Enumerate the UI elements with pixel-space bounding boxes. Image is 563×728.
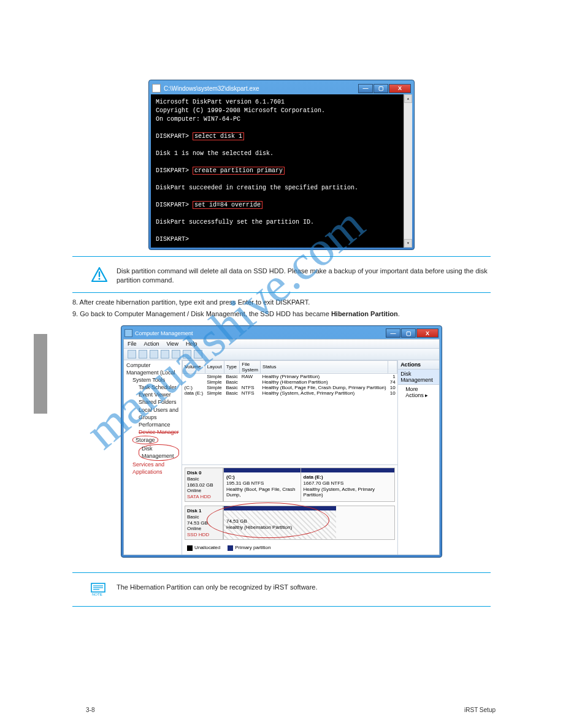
table-row[interactable]: SimpleBasicHealthy (Hibernation Partitio… xyxy=(182,379,397,385)
highlighted-cmd: set id=84 override xyxy=(193,201,262,209)
console-line: Copyright (C) 1999-2008 Microsoft Corpor… xyxy=(156,107,407,115)
tree-item[interactable]: Performance xyxy=(139,421,170,428)
col-type[interactable]: Type xyxy=(224,360,240,373)
step-text: 8. After create hibernation partition, t… xyxy=(72,298,491,307)
console-line: DISKPART> set id=84 override xyxy=(156,201,407,210)
maximize-button[interactable]: ▢ xyxy=(373,84,388,93)
table-row[interactable]: (C:)SimpleBasicNTFSHealthy (Boot, Page F… xyxy=(182,385,397,390)
toolbar-back-icon[interactable] xyxy=(128,350,136,358)
maximize-button[interactable]: ▢ xyxy=(401,328,416,338)
actions-disk-management[interactable]: Disk Management xyxy=(398,370,439,385)
chevron-right-icon: ▸ xyxy=(425,392,428,398)
col-fs[interactable]: File System xyxy=(240,360,261,373)
col-layout[interactable]: Layout xyxy=(205,360,224,373)
tree-root[interactable]: Computer Management (Local xyxy=(126,362,179,376)
svg-point-1 xyxy=(99,278,101,280)
ssd-hdd-label: SSD HDD xyxy=(187,532,209,537)
console-line: On computer: WIN7-64-PC xyxy=(156,115,407,124)
tree-item[interactable]: System Tools xyxy=(132,376,165,384)
disk-0[interactable]: Disk 0 Basic 1863.02 GB Online SATA HDD … xyxy=(185,468,395,502)
toolbar-option-icon[interactable] xyxy=(194,350,202,358)
toolbar-view-icon[interactable] xyxy=(161,350,169,358)
console-line: DISKPART> xyxy=(156,235,407,244)
minimize-button[interactable]: — xyxy=(358,84,373,93)
toolbar-forward-icon[interactable] xyxy=(139,350,147,358)
nav-tree[interactable]: Computer Management (Local System Tools … xyxy=(124,360,182,555)
toolbar-refresh-icon[interactable] xyxy=(150,350,158,358)
volume-table[interactable]: Volume Layout Type File System Status Si… xyxy=(182,360,397,396)
tree-item[interactable]: Event Viewer xyxy=(139,391,171,398)
note-icon: NOTE xyxy=(91,583,108,599)
computer-management-window: Computer Management — ▢ X File Action Vi… xyxy=(121,325,442,558)
col-volume[interactable]: Volume xyxy=(182,360,205,373)
menu-view[interactable]: View xyxy=(167,341,178,347)
side-tab xyxy=(34,334,47,414)
tree-item[interactable]: Shared Folders xyxy=(139,398,177,406)
scrollbar-down-icon[interactable]: ▾ xyxy=(404,239,412,248)
window-controls: — ▢ X xyxy=(386,328,439,338)
console-line: DiskPart succeeded in creating the speci… xyxy=(156,184,407,192)
sata-hdd-label: SATA HDD xyxy=(187,494,211,499)
disk-1[interactable]: Disk 1 Basic 74.53 GB Online SSD HDD xyxy=(185,506,395,540)
close-button[interactable]: X xyxy=(416,328,439,338)
highlighted-cmd: create partition primary xyxy=(193,167,285,175)
page-number: 3-8 xyxy=(86,707,94,713)
caution-icon xyxy=(91,267,108,285)
cmd-icon xyxy=(152,84,161,93)
console-line: DiskPart successfully set the partition … xyxy=(156,218,407,227)
menu-action[interactable]: Action xyxy=(144,341,159,347)
minimize-button[interactable]: — xyxy=(386,328,400,338)
tree-item-storage[interactable]: Storage xyxy=(132,436,158,444)
tree-item[interactable]: Services and Applications xyxy=(132,461,179,476)
svg-text:NOTE: NOTE xyxy=(92,593,102,596)
col-status[interactable]: Status xyxy=(260,360,388,373)
toolbar-option-icon[interactable] xyxy=(183,350,191,358)
tree-item[interactable]: Task Scheduler xyxy=(139,384,177,391)
console-output[interactable]: Microsoft DiskPart version 6.1.7601 Copy… xyxy=(151,94,412,248)
diskpart-window: C:\Windows\system32\diskpart.exe — ▢ X M… xyxy=(148,80,415,250)
caution-text: Disk partition command will delete all d… xyxy=(117,267,491,285)
note-text: The Hibernation Partition can only be re… xyxy=(117,583,318,592)
actions-pane: Actions Disk Management More Actions ▸ xyxy=(397,360,439,555)
menubar: File Action View Help xyxy=(124,339,439,349)
console-line: Microsoft DiskPart version 6.1.7601 xyxy=(156,98,407,107)
toolbar-help-icon[interactable] xyxy=(172,350,180,358)
scrollbar-up-icon[interactable]: ▴ xyxy=(404,94,412,103)
table-row[interactable]: data (E:)SimpleBasicNTFSHealthy (System,… xyxy=(182,390,397,396)
section-title: iRST Setup xyxy=(464,707,496,713)
menu-help[interactable]: Help xyxy=(186,341,197,347)
tree-item-disk-management[interactable]: Disk Management xyxy=(139,444,179,460)
highlighted-cmd: select disk 1 xyxy=(193,132,244,140)
table-row[interactable]: SimpleBasicRAWHealthy (Primary Partition… xyxy=(182,373,397,379)
cm-title-text: Computer Management xyxy=(135,330,193,336)
tree-item[interactable]: Device Manager xyxy=(139,428,179,436)
toolbar xyxy=(124,349,439,360)
console-line: DISKPART> select disk 1 xyxy=(156,132,407,141)
actions-header: Actions xyxy=(398,360,439,370)
step-text: 9. Go back to Computer Management / Disk… xyxy=(72,309,491,319)
console-scrollbar[interactable]: ▴ ▾ xyxy=(404,94,412,248)
console-line: Disk 1 is now the selected disk. xyxy=(156,150,407,158)
window-controls: — ▢ X xyxy=(358,84,411,93)
close-button[interactable]: X xyxy=(389,84,411,93)
disk-graphical-view: Disk 0 Basic 1863.02 GB Online SATA HDD … xyxy=(182,464,397,554)
cm-icon xyxy=(124,329,132,337)
console-line: DISKPART> create partition primary xyxy=(156,167,407,175)
tree-item[interactable]: Local Users and Groups xyxy=(139,406,179,421)
menu-file[interactable]: File xyxy=(128,341,137,347)
window-title: C:\Windows\system32\diskpart.exe xyxy=(164,85,259,92)
actions-more[interactable]: More Actions ▸ xyxy=(398,385,439,400)
disk-legend: Unallocated Primary partition xyxy=(185,544,395,552)
